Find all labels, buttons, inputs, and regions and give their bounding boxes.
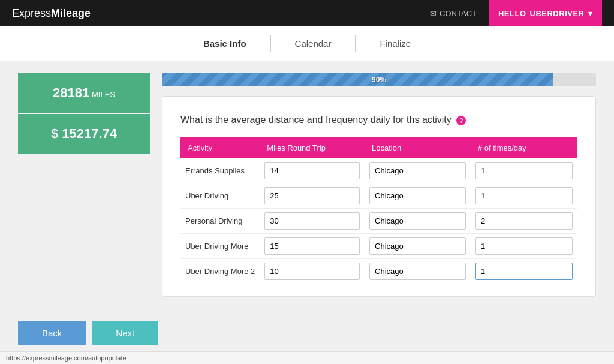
activity-card: What is the average distance and frequen… <box>162 96 596 297</box>
miles-cell <box>260 259 365 284</box>
times-cell <box>471 259 577 284</box>
activity-cell: Uber Driving More 2 <box>180 259 260 284</box>
next-button[interactable]: Next <box>92 321 158 345</box>
username-label: UBERDRIVER <box>530 9 585 18</box>
buttons-row: Back Next <box>0 309 614 357</box>
table-row: Errands Supplies <box>180 158 577 183</box>
activity-cell: Uber Driving <box>180 183 260 209</box>
times-input[interactable] <box>475 263 573 280</box>
times-input[interactable] <box>475 237 573 255</box>
miles-label: MILES <box>92 90 115 99</box>
progress-bar <box>162 73 553 86</box>
tab-calendar[interactable]: Calendar <box>271 35 356 52</box>
col-activity: Activity <box>180 137 260 158</box>
times-input[interactable] <box>475 162 573 179</box>
miles-cell <box>260 234 365 259</box>
col-times: # of times/day <box>471 137 577 158</box>
location-cell <box>365 259 471 284</box>
tab-basic-info[interactable]: Basic Info <box>179 35 271 52</box>
location-input[interactable] <box>369 212 466 230</box>
user-menu-button[interactable]: HELLO UBERDRIVER ▾ <box>489 0 602 26</box>
header: ExpressMileage ✉ CONTACT HELLO UBERDRIVE… <box>0 0 614 26</box>
location-input[interactable] <box>369 187 466 204</box>
miles-stat-box: 28181 MILES <box>18 73 150 113</box>
contact-label: CONTACT <box>440 9 477 18</box>
location-cell <box>365 183 471 209</box>
location-input[interactable] <box>369 237 466 255</box>
times-cell <box>471 158 577 183</box>
status-bar: https://expressmileage.com/autopopulate <box>0 351 614 357</box>
col-miles: Miles Round Trip <box>260 137 365 158</box>
progress-label: 90% <box>372 76 386 84</box>
card-title: What is the average distance and frequen… <box>180 115 577 125</box>
miles-input[interactable] <box>264 162 360 179</box>
times-cell <box>471 183 577 209</box>
envelope-icon: ✉ <box>430 9 437 18</box>
times-cell <box>471 209 577 234</box>
table-row: Uber Driving <box>180 183 577 209</box>
activity-table: Activity Miles Round Trip Location # of … <box>180 137 577 284</box>
chevron-down-icon: ▾ <box>588 9 593 18</box>
activity-cell: Personal Driving <box>180 209 260 234</box>
hello-label: HELLO <box>498 9 526 18</box>
logo: ExpressMileage <box>12 7 91 20</box>
times-cell <box>471 234 577 259</box>
location-cell <box>365 234 471 259</box>
right-panel: 90% What is the average distance and fre… <box>162 73 596 297</box>
miles-input[interactable] <box>264 263 360 280</box>
money-value: $ 15217.74 <box>51 126 117 141</box>
col-location: Location <box>365 137 471 158</box>
tab-finalize[interactable]: Finalize <box>356 35 435 52</box>
logo-bold: Mileage <box>51 7 91 19</box>
table-row: Uber Driving More 2 <box>180 259 577 284</box>
table-row: Personal Driving <box>180 209 577 234</box>
miles-cell <box>260 158 365 183</box>
logo-text: Express <box>12 7 51 19</box>
status-url: https://expressmileage.com/autopopulate <box>6 354 127 357</box>
location-input[interactable] <box>369 263 466 280</box>
progress-container: 90% <box>162 73 596 86</box>
table-row: Uber Driving More <box>180 234 577 259</box>
miles-cell <box>260 209 365 234</box>
nav-tabs: Basic Info Calendar Finalize <box>0 26 614 61</box>
sidebar-stats: 28181 MILES $ 15217.74 <box>18 73 150 297</box>
miles-input[interactable] <box>264 212 360 230</box>
location-cell <box>365 158 471 183</box>
activity-cell: Errands Supplies <box>180 158 260 183</box>
activity-cell: Uber Driving More <box>180 234 260 259</box>
money-stat-box: $ 15217.74 <box>18 114 150 154</box>
miles-cell <box>260 183 365 209</box>
location-input[interactable] <box>369 162 466 179</box>
main-content: 28181 MILES $ 15217.74 90% What is the a… <box>0 61 614 309</box>
contact-link[interactable]: ✉ CONTACT <box>430 9 477 18</box>
back-button[interactable]: Back <box>18 321 86 345</box>
miles-value: 28181 <box>53 85 89 100</box>
miles-input[interactable] <box>264 237 360 255</box>
location-cell <box>365 209 471 234</box>
times-input[interactable] <box>475 187 573 204</box>
help-icon[interactable]: ? <box>456 116 466 125</box>
header-right: ✉ CONTACT HELLO UBERDRIVER ▾ <box>430 0 602 26</box>
miles-input[interactable] <box>264 187 360 204</box>
times-input[interactable] <box>475 212 573 230</box>
